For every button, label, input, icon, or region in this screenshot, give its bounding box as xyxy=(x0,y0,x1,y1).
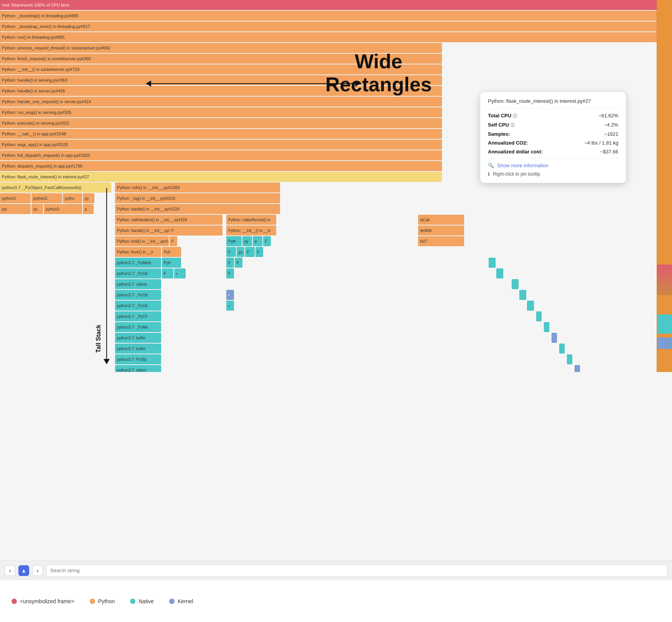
flame-row-py5[interactable]: py xyxy=(237,247,244,257)
flame-row-pyt1[interactable]: pyt xyxy=(0,204,31,214)
flame-row-pyth1[interactable]: Pyth xyxy=(226,236,242,246)
flame-row-5[interactable]: Python: finish_request() in socketserver… xyxy=(0,54,442,64)
flame-row-log[interactable]: Python: _log() in __init__.py#1519 xyxy=(115,193,280,203)
flame-row-f3[interactable]: F xyxy=(263,236,271,246)
scatter-6 xyxy=(536,311,542,321)
legend-dot-unsymbolized xyxy=(12,599,17,604)
flame-row-nat2[interactable]: ▪ xyxy=(226,301,234,311)
tall-arrow xyxy=(104,188,110,364)
scatter-7 xyxy=(544,322,549,332)
scatter-3 xyxy=(512,279,519,289)
legend-dot-python xyxy=(90,599,95,604)
flame-row-py1[interactable]: py xyxy=(83,193,94,203)
flame-row-f1[interactable]: F xyxy=(170,225,177,235)
flame-row-py3b[interactable]: python3. xyxy=(31,193,62,203)
flame-row-1[interactable]: Python: _bootstrap() in threading.py#885 xyxy=(0,11,672,21)
legend-python: Python xyxy=(90,598,115,604)
flame-row-handle905[interactable]: Python: handle() in __init__.py#905 xyxy=(115,225,222,235)
flame-row-pyobj[interactable]: python3.7: PyObj xyxy=(115,354,161,364)
legend-dot-native xyxy=(130,599,135,604)
flame-row-13[interactable]: Python: wsgi_app() in app.py#2525 xyxy=(0,140,442,150)
flame-row-emit103[interactable]: Python: emit() in __init__.py#103 xyxy=(115,236,169,246)
flame-row-11[interactable]: Python: execute() in serving.py#322 xyxy=(0,118,442,128)
flame-row-6[interactable]: Python: __init__() in socketserver.py#72… xyxy=(0,64,442,74)
flame-row-pyob2[interactable]: python3.7: _PyOb xyxy=(115,290,161,300)
flame-row-object[interactable]: python3.7: object xyxy=(115,365,161,372)
flame-row-python3a[interactable]: python3 xyxy=(44,204,82,214)
flame-row-handle1529[interactable]: Python: handle() in __init__.py#1529 xyxy=(115,204,280,214)
tooltip-pin: ℹ Right-click to pin tooltip xyxy=(488,171,618,177)
flame-row-f5[interactable]: F xyxy=(245,247,255,257)
flame-row-2[interactable]: Python: _bootstrap_inner() in threading.… xyxy=(0,21,672,31)
flame-row-pyme1[interactable]: python3.7: _PyMe xyxy=(115,322,161,332)
flame-row-pymeth[interactable]: python3.7: _PyMeth xyxy=(115,258,161,268)
tooltip-title: Python: flask_route_interest() in intere… xyxy=(488,98,618,104)
flame-row-py3a[interactable]: python3. xyxy=(0,193,31,203)
tooltip-samples: Samples: ~1821 xyxy=(488,131,618,137)
tall-arrow-head xyxy=(104,359,110,364)
right-panel xyxy=(657,0,672,372)
scatter-11 xyxy=(575,365,580,372)
flame-row-init-init[interactable]: Python: __init__() in __in xyxy=(226,225,276,235)
flame-row-f8[interactable]: F xyxy=(235,258,242,268)
flame-row-buffer2[interactable]: python3.7: buffer xyxy=(115,344,161,354)
flame-row-pytl2[interactable]: Pytl xyxy=(162,258,181,268)
flame-graph-area: root: Represents 100% of CPU time. Pytho… xyxy=(0,0,672,372)
flame-row-16[interactable]: Python: flask_route_interest() in intere… xyxy=(0,172,442,182)
flame-row-12[interactable]: Python: __call__() in app.py#2548 xyxy=(0,129,442,139)
flame-row-makerecord[interactable]: Python: makeRecord() in xyxy=(226,215,276,225)
nav-prev-button[interactable]: ‹ xyxy=(5,565,15,576)
flame-row-15[interactable]: Python: dispatch_request() in app.py#179… xyxy=(0,161,442,171)
flame-row-dewith[interactable]: deWith xyxy=(418,225,464,235)
flame-row-pytho[interactable]: pytho xyxy=(63,193,82,203)
flame-row-7[interactable]: Python: handle() in serving.py#363 xyxy=(0,75,442,85)
flame-row-pycf1[interactable]: python3.7: _PyCF xyxy=(115,311,161,321)
flame-row-4[interactable]: Python: process_request_thread() in sock… xyxy=(0,43,442,53)
scatter-1 xyxy=(489,258,496,268)
tooltip-dollar: Annualized dollar cost: ~$37.66 xyxy=(488,149,618,155)
legend-unsymbolized: <unsymbolized frame> xyxy=(12,598,74,604)
flame-row-flush[interactable]: Python: flush() in __ir xyxy=(115,247,161,257)
flame-row-info[interactable]: Python: info() in __init__.py#1383 xyxy=(115,183,280,193)
flame-row-py4[interactable]: p xyxy=(253,236,262,246)
legend-kernel: Kernel xyxy=(169,598,193,604)
flame-row-nat1[interactable]: ▪ xyxy=(174,268,186,278)
legend-dot-kernel xyxy=(169,599,175,604)
flame-row-f2[interactable]: F xyxy=(170,236,177,246)
flame-row-10[interactable]: Python: run_wsgi() in serving.py#335 xyxy=(0,107,442,117)
flame-row-pyob1[interactable]: python3.7: _PyOb xyxy=(115,268,161,278)
nav-next-button[interactable]: › xyxy=(32,565,43,576)
scatter-2 xyxy=(496,268,503,278)
search-input[interactable] xyxy=(46,564,667,577)
nav-up-button[interactable]: ▲ xyxy=(18,565,29,576)
flame-row-8[interactable]: Python: handle() in server.py#426 xyxy=(0,86,442,96)
flame-row-f4[interactable]: F xyxy=(226,247,236,257)
legend-native: Native xyxy=(130,598,154,604)
flame-row-14[interactable]: Python: full_dispatch_request() in app.p… xyxy=(0,150,442,160)
flame-row-3[interactable]: Python: run() in threading.py#865 xyxy=(0,32,672,42)
legend: <unsymbolized frame> Python Native Kerne… xyxy=(0,580,672,622)
flame-row-fast-call[interactable]: python3.7: _PyObject_FastCallKeywords() xyxy=(0,183,111,193)
flame-row-9[interactable]: Python: handle_one_request() in server.p… xyxy=(0,97,442,107)
flame-row-f7[interactable]: F xyxy=(226,258,234,268)
flame-row-py2[interactable]: py xyxy=(31,204,43,214)
tooltip-co2: Annualized CO2: ~4 lbs / 1.81 kg xyxy=(488,140,618,146)
scatter-4 xyxy=(519,290,526,300)
tooltip-show-more[interactable]: 🔍 Show more information xyxy=(488,163,618,168)
flame-row-pyob3[interactable]: python3.7: _PyOb xyxy=(115,301,161,311)
flame-row-ker1[interactable]: ▪ xyxy=(226,290,234,300)
flame-row-buffer1[interactable]: python3.7: buffer xyxy=(115,333,161,343)
flame-row-f10[interactable]: F xyxy=(226,268,234,278)
flame-row-f6[interactable]: F xyxy=(255,247,263,257)
scatter-9 xyxy=(559,344,565,354)
flame-row-root[interactable]: root: Represents 100% of CPU time. xyxy=(0,0,672,10)
flame-row-noT[interactable]: NoT xyxy=(418,236,464,246)
flame-row-pytl[interactable]: Pytl xyxy=(162,247,181,257)
flame-row-callme[interactable]: python3.7: callme xyxy=(115,279,161,289)
flame-row-callhandlers[interactable]: Python: callHandlers() in __init__.py#15… xyxy=(115,215,222,225)
flame-row-f9[interactable]: F xyxy=(162,268,173,278)
tooltip-total-cpu: Total CPU ⓘ ~61.62% xyxy=(488,113,618,119)
flame-row-p1[interactable]: p xyxy=(83,204,94,214)
flame-row-stcall[interactable]: stCall xyxy=(418,215,464,225)
flame-row-py3[interactable]: py xyxy=(242,236,252,246)
